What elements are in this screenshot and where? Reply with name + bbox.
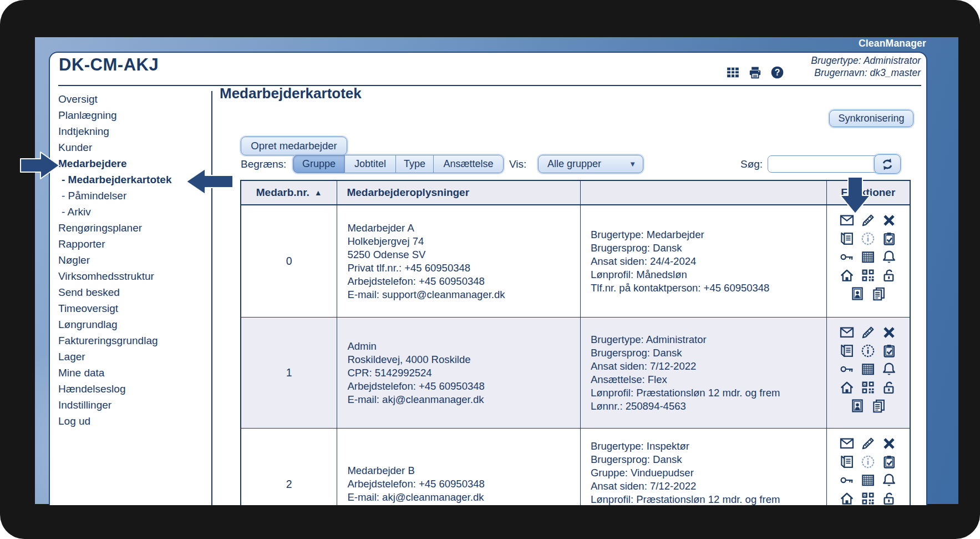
sidebar-item-indstillinger[interactable]: Indstillinger bbox=[58, 397, 209, 413]
unlock-icon[interactable] bbox=[881, 491, 897, 505]
sidebar-item-rengøringsplaner[interactable]: Rengøringsplaner bbox=[58, 220, 209, 236]
sidebar-item-indtjekning[interactable]: Indtjekning bbox=[58, 123, 209, 139]
detail-line: E-mail: support@cleanmanager.dk bbox=[347, 288, 580, 301]
home-icon[interactable] bbox=[839, 268, 855, 283]
user-name-label: Brugernavn: dk3_master bbox=[811, 67, 921, 79]
edit-icon[interactable] bbox=[860, 436, 876, 451]
bell-icon[interactable] bbox=[881, 361, 897, 377]
sidebar-item-hændelseslog[interactable]: Hændelseslog bbox=[58, 381, 209, 397]
detail-line: Brugertype: Administrator bbox=[591, 333, 826, 346]
search-input[interactable] bbox=[768, 155, 882, 173]
mail-icon[interactable] bbox=[839, 213, 855, 228]
calendar-icon[interactable] bbox=[860, 361, 876, 377]
key-icon[interactable] bbox=[839, 249, 855, 265]
detail-line: Lønprofil: Præstationsløn 12 mdr. og fre… bbox=[591, 386, 826, 400]
home-icon[interactable] bbox=[839, 491, 855, 505]
info-icon[interactable] bbox=[860, 343, 876, 359]
edit-icon[interactable] bbox=[860, 325, 876, 340]
clipboard-check-icon[interactable] bbox=[881, 231, 897, 246]
mail-icon[interactable] bbox=[839, 436, 855, 451]
qr-code-icon[interactable] bbox=[860, 268, 876, 283]
delete-icon[interactable] bbox=[881, 436, 897, 451]
bell-icon[interactable] bbox=[881, 472, 897, 488]
sidebar-item-oversigt[interactable]: Oversigt bbox=[58, 91, 209, 107]
search-label: Søg: bbox=[740, 155, 763, 173]
edit-icon[interactable] bbox=[860, 213, 876, 228]
detail-line: Ansat siden: 24/4-2024 bbox=[591, 255, 826, 268]
table-icon[interactable] bbox=[725, 65, 740, 80]
clipboard-check-icon[interactable] bbox=[881, 454, 897, 470]
sync-button[interactable]: Synkronisering bbox=[829, 110, 913, 127]
sidebar-item-kunder[interactable]: Kunder bbox=[58, 139, 209, 155]
ledger-icon[interactable] bbox=[839, 343, 855, 359]
table-row: 1AdminRoskildevej, 4000 RoskildeCPR: 514… bbox=[241, 318, 910, 429]
screenshot-stage: CleanManager DK-CM-AKJ ? Brugertype: Adm… bbox=[0, 0, 980, 539]
chevron-down-icon: ▼ bbox=[629, 160, 636, 168]
table-header-nr[interactable]: Medarb.nr.▲ bbox=[241, 181, 337, 205]
sidebar-item-log-ud[interactable]: Log ud bbox=[58, 413, 209, 429]
filter-option-type[interactable]: Type bbox=[396, 155, 434, 173]
filter-option-jobtitel[interactable]: Jobtitel bbox=[345, 155, 396, 173]
sidebar-item-arkiv[interactable]: - Arkiv bbox=[58, 204, 209, 220]
create-employee-button[interactable]: Opret medarbejder bbox=[241, 137, 347, 155]
sidebar-item-timeoversigt[interactable]: Timeoversigt bbox=[58, 300, 209, 316]
key-icon[interactable] bbox=[839, 472, 855, 488]
id-card-icon[interactable] bbox=[850, 398, 865, 414]
delete-icon[interactable] bbox=[881, 213, 897, 228]
detail-line: Brugertype: Medarbejder bbox=[591, 228, 826, 241]
ledger-icon[interactable] bbox=[839, 231, 855, 246]
sidebar-item-send-besked[interactable]: Send besked bbox=[58, 284, 209, 300]
filter-option-gruppe[interactable]: Gruppe bbox=[293, 155, 345, 173]
qr-code-icon[interactable] bbox=[860, 491, 876, 505]
key-icon[interactable] bbox=[839, 361, 855, 377]
sidebar-item-mine-data[interactable]: Mine data bbox=[58, 365, 209, 381]
sidebar-item-nøgler[interactable]: Nøgler bbox=[58, 252, 209, 268]
calendar-icon[interactable] bbox=[860, 249, 876, 265]
clipboard-check-icon[interactable] bbox=[881, 343, 897, 359]
header-divider bbox=[58, 85, 921, 86]
print-icon[interactable] bbox=[748, 65, 763, 80]
refresh-icon[interactable] bbox=[874, 154, 901, 174]
detail-line: Ansat siden: 7/12-2022 bbox=[591, 480, 826, 493]
sidebar-item-lager[interactable]: Lager bbox=[58, 349, 209, 365]
ledger-icon[interactable] bbox=[839, 454, 855, 470]
info-muted-icon[interactable] bbox=[860, 231, 876, 246]
detail-line: Tlf.nr. på kontaktperson: +45 60950348 bbox=[591, 281, 826, 295]
documents-icon[interactable] bbox=[871, 398, 886, 414]
sidebar-item-planlægning[interactable]: Planlægning bbox=[58, 107, 209, 123]
calendar-icon[interactable] bbox=[860, 472, 876, 488]
help-icon[interactable]: ? bbox=[770, 65, 785, 80]
detail-line: Lønprofil: Månedsløn bbox=[591, 268, 826, 281]
table-header-row: Medarb.nr.▲MedarbejderoplysningerFunktio… bbox=[241, 181, 910, 205]
sidebar-item-virksomhedsstruktur[interactable]: Virksomhedsstruktur bbox=[58, 268, 209, 284]
bell-icon[interactable] bbox=[881, 249, 897, 265]
detail-line: E-mail: akj@cleanmanager.dk bbox=[347, 491, 580, 504]
detail-line: CPR: 5142992524 bbox=[347, 366, 580, 380]
home-icon[interactable] bbox=[839, 380, 855, 395]
unlock-icon[interactable] bbox=[881, 268, 897, 283]
delete-icon[interactable] bbox=[881, 325, 897, 340]
mail-icon[interactable] bbox=[839, 325, 855, 340]
unlock-icon[interactable] bbox=[881, 380, 897, 395]
sidebar-divider bbox=[211, 91, 212, 505]
sidebar-item-faktureringsgrundlag[interactable]: Faktureringsgrundlag bbox=[58, 333, 209, 349]
sidebar-item-rapporter[interactable]: Rapporter bbox=[58, 236, 209, 252]
sort-asc-icon[interactable]: ▲ bbox=[314, 188, 322, 197]
info-muted-icon[interactable] bbox=[860, 454, 876, 470]
filter-option-ansættelse[interactable]: Ansættelse bbox=[434, 155, 504, 173]
sidebar-nav: OversigtPlanlægningIndtjekningKunderMeda… bbox=[58, 91, 209, 429]
detail-line: Arbejdstelefon: +45 60950348 bbox=[347, 477, 580, 491]
documents-icon[interactable] bbox=[871, 286, 886, 301]
id-card-icon[interactable] bbox=[850, 286, 865, 301]
detail-line: 5250 Odense SV bbox=[347, 248, 580, 261]
qr-code-icon[interactable] bbox=[860, 380, 876, 395]
detail-line: Ansættelse: Flex bbox=[591, 373, 826, 386]
detail-line: E-mail: akj@cleanmanager.dk bbox=[347, 393, 580, 406]
table-row: 2Medarbejder BArbejdstelefon: +45 609503… bbox=[241, 429, 910, 505]
vis-label: Vis: bbox=[509, 155, 526, 173]
group-select-dropdown[interactable]: Alle grupper ▼ bbox=[538, 155, 643, 173]
detail-line: Brugersprog: Dansk bbox=[591, 453, 826, 466]
brand-logo: CleanManager bbox=[859, 38, 926, 49]
sidebar-item-løngrundlag[interactable]: Løngrundlag bbox=[58, 316, 209, 333]
detail-line: Gruppe: Vinduepudser bbox=[591, 466, 826, 480]
